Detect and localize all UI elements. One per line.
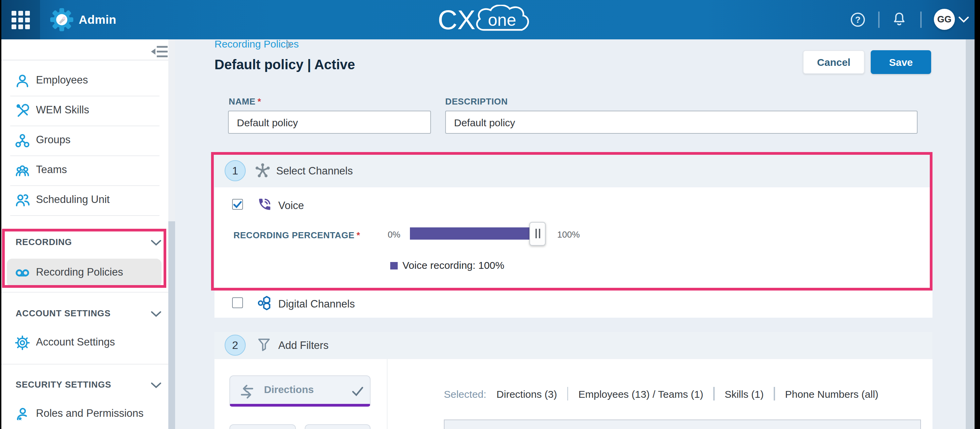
filter-funnel-icon <box>256 337 272 352</box>
scrollbar-thumb[interactable] <box>168 221 175 429</box>
sidebar-item-label: WEM Skills <box>36 104 89 116</box>
grid-menu-icon <box>11 11 30 29</box>
top-bar: Admin CX one ? GG <box>0 0 980 39</box>
admin-gear-logo-icon <box>50 8 73 31</box>
digital-checkbox[interactable] <box>232 297 243 308</box>
add-filters-title: Add Filters <box>278 340 328 352</box>
sidebar-item-label: Employees <box>36 74 88 86</box>
slider-handle[interactable] <box>529 222 546 246</box>
tab-directions-label: Directions <box>264 384 314 395</box>
required-asterisk: * <box>356 230 360 240</box>
sidebar-scrollbar[interactable] <box>168 39 175 429</box>
slider-min-label: 0% <box>384 230 401 239</box>
description-input[interactable] <box>445 111 918 134</box>
app-launcher-button[interactable] <box>2 0 40 39</box>
chevron-down-icon <box>151 239 162 246</box>
topbar-separator <box>920 11 921 28</box>
sidebar-item-teams[interactable]: Teams <box>2 155 168 185</box>
name-input[interactable] <box>228 111 431 134</box>
selected-employees-teams[interactable]: Employees (13) / Teams (1) <box>578 388 703 399</box>
sidebar-item-label: Account Settings <box>36 336 115 348</box>
sidebar-section-account-settings[interactable]: ACCOUNT SETTINGS <box>2 303 168 324</box>
checkmark-icon <box>233 199 242 209</box>
section-label: SECURITY SETTINGS <box>16 380 111 390</box>
cxone-logo-cx-text: CX <box>438 5 476 35</box>
save-button[interactable]: Save <box>871 50 931 74</box>
legend-text: Voice recording: 100% <box>402 259 504 271</box>
step-badge-2: 2 <box>224 335 246 356</box>
digital-channels-icon <box>257 295 272 310</box>
sidebar-collapse-icon[interactable] <box>150 45 168 58</box>
svg-text:?: ? <box>855 14 861 25</box>
sidebar-section-security-settings[interactable]: SECURITY SETTINGS <box>2 375 168 395</box>
voicemail-icon <box>15 265 30 280</box>
cxone-logo-one-text: one <box>488 11 516 30</box>
help-icon[interactable]: ? <box>850 11 866 28</box>
avatar[interactable]: GG <box>934 9 955 30</box>
avatar-chevron-down-icon[interactable] <box>958 16 969 23</box>
voice-label: Voice <box>278 199 304 212</box>
filter-detail-panel-partial <box>444 419 921 429</box>
chevron-down-icon <box>151 311 162 317</box>
slider-fill <box>410 227 538 239</box>
avatar-initials: GG <box>937 14 951 24</box>
separator <box>713 387 714 400</box>
person-star-icon <box>15 407 30 421</box>
sidebar-item-employees[interactable]: Employees <box>2 66 168 96</box>
tab-directions[interactable]: Directions <box>229 375 371 407</box>
sidebar-item-groups[interactable]: Groups <box>2 126 168 155</box>
sidebar-item-label: Teams <box>36 164 67 176</box>
slider-max-label: 100% <box>557 230 580 239</box>
required-asterisk: * <box>258 96 261 107</box>
recording-percentage-slider[interactable] <box>410 227 538 239</box>
selected-skills[interactable]: Skills (1) <box>724 388 764 399</box>
sidebar-item-scheduling-unit[interactable]: Scheduling Unit <box>2 185 168 215</box>
selected-label: Selected: <box>444 388 486 399</box>
channels-hub-icon <box>255 163 270 178</box>
digital-channels-label: Digital Channels <box>278 298 355 310</box>
notifications-bell-icon[interactable] <box>891 11 907 27</box>
cancel-button[interactable]: Cancel <box>803 50 865 74</box>
sidebar-item-account-settings[interactable]: Account Settings <box>2 328 168 358</box>
cxone-logo: CX one <box>438 5 541 35</box>
selected-phone-numbers[interactable]: Phone Numbers (all) <box>785 388 878 399</box>
divider <box>2 364 168 365</box>
sidebar-item-label: Scheduling Unit <box>36 193 110 206</box>
step-badge-1: 1 <box>224 160 246 181</box>
sidebar-item-recording-policies[interactable]: Recording Policies <box>2 258 168 288</box>
sidebar-item-roles-permissions[interactable]: Roles and Permissions <box>2 399 168 429</box>
tab-employees-partial[interactable] <box>229 424 296 429</box>
separator <box>774 387 775 400</box>
chevron-down-icon <box>151 382 162 388</box>
directions-arrows-icon <box>240 384 255 399</box>
sidebar-item-label: Recording Policies <box>36 266 123 278</box>
two-people-icon <box>15 193 30 208</box>
sidebar-item-wem-skills[interactable]: WEM Skills <box>2 96 168 126</box>
divider <box>10 215 159 216</box>
sidebar-item-label: Groups <box>36 134 71 146</box>
voice-checkbox[interactable] <box>232 199 243 210</box>
divider <box>2 292 168 293</box>
sidebar-section-recording[interactable]: RECORDING <box>2 232 168 252</box>
selected-filters-summary: Selected: Directions (3) Employees (13) … <box>444 387 878 400</box>
tab-selected-check-icon <box>351 384 364 398</box>
legend-swatch <box>390 262 398 270</box>
sidebar-item-label: Roles and Permissions <box>36 407 143 419</box>
voice-phone-icon <box>257 197 272 212</box>
breadcrumb-chevron-icon <box>286 40 293 49</box>
section-label: RECORDING <box>16 237 72 247</box>
tools-icon <box>15 103 30 118</box>
selected-directions[interactable]: Directions (3) <box>496 388 557 399</box>
app-window: Admin CX one ? GG <box>0 0 980 429</box>
app-title: Admin <box>79 13 116 27</box>
gear-icon <box>15 335 30 350</box>
tab-skills-partial[interactable] <box>305 424 371 429</box>
divider <box>2 60 168 61</box>
main-scrollbar[interactable] <box>966 39 974 429</box>
screen-edge-right <box>974 0 980 429</box>
name-field-label: NAME* <box>229 96 261 107</box>
screen-edge-left <box>0 0 2 429</box>
hierarchy-icon <box>15 133 30 148</box>
person-icon <box>15 73 30 88</box>
select-channels-title: Select Channels <box>276 165 353 177</box>
